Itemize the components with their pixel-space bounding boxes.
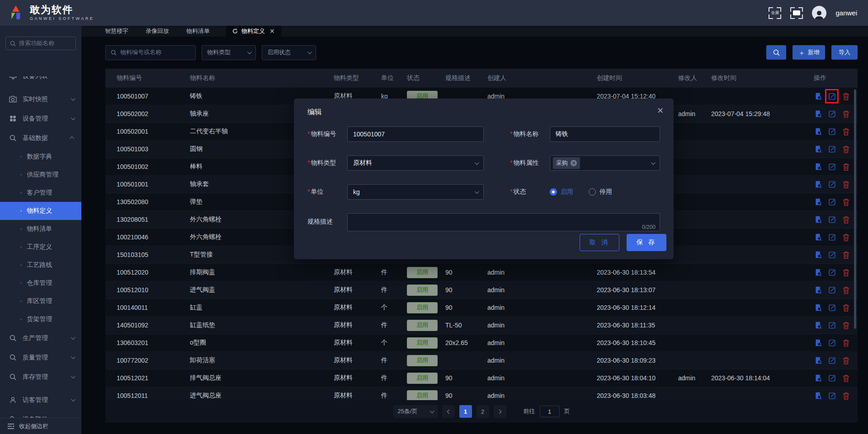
tab-4[interactable]: 物料定义✕ <box>226 26 281 37</box>
view-button[interactable] <box>814 286 822 294</box>
sidebar-item[interactable]: 基础数据 <box>0 128 81 148</box>
view-button[interactable] <box>814 374 822 382</box>
edit-button[interactable] <box>828 198 836 206</box>
view-button[interactable] <box>814 215 822 224</box>
table-scrollbar[interactable] <box>854 89 856 329</box>
view-button[interactable] <box>814 198 822 206</box>
view-button[interactable] <box>814 127 822 135</box>
edit-button[interactable] <box>828 303 836 312</box>
sidebar-item[interactable]: 质量管理 <box>0 348 81 367</box>
edit-button[interactable] <box>828 339 836 347</box>
add-button[interactable]: ＋ 新增 <box>793 45 825 60</box>
delete-button[interactable] <box>842 145 850 153</box>
search-button[interactable] <box>766 45 786 60</box>
close-icon[interactable]: ✕ <box>657 106 664 116</box>
edit-button[interactable] <box>828 92 836 100</box>
delete-button[interactable] <box>842 233 850 241</box>
edit-button[interactable] <box>828 321 836 329</box>
material-code-input[interactable] <box>347 126 484 142</box>
unit-dropdown[interactable]: kg <box>347 184 484 200</box>
edit-button[interactable] <box>828 286 836 294</box>
sidebar-subitem[interactable]: ·仓库管理 <box>0 274 81 292</box>
edit-button[interactable] <box>828 392 836 400</box>
view-button[interactable] <box>814 268 822 276</box>
delete-button[interactable] <box>842 356 850 364</box>
page-size-select[interactable]: 25条/页 <box>393 405 438 418</box>
delete-button[interactable] <box>842 374 850 382</box>
delete-button[interactable] <box>842 110 850 118</box>
tab-close-icon[interactable]: ✕ <box>269 28 275 35</box>
edit-button[interactable] <box>828 233 836 241</box>
view-button[interactable] <box>814 145 822 153</box>
page-button-1[interactable]: 1 <box>459 405 472 418</box>
delete-button[interactable] <box>842 127 850 135</box>
sidebar-item[interactable]: 库存管理 <box>0 367 81 387</box>
sidebar-item[interactable]: 设备管理 <box>0 109 81 128</box>
sidebar-subitem[interactable]: ·货架管理 <box>0 310 81 328</box>
delete-button[interactable] <box>842 321 850 329</box>
sidebar-item[interactable]: 设备列表 <box>0 76 81 86</box>
delete-button[interactable] <box>842 392 850 400</box>
delete-button[interactable] <box>842 286 850 294</box>
view-button[interactable] <box>814 92 822 100</box>
save-button[interactable]: 保 存 <box>627 234 666 251</box>
sidebar-item[interactable]: 生产管理 <box>0 328 81 348</box>
sidebar-subitem[interactable]: ·物料清单 <box>0 220 81 238</box>
view-button[interactable] <box>814 303 822 312</box>
edit-button[interactable] <box>828 215 836 224</box>
tab-3[interactable]: 物料清单 <box>185 26 211 37</box>
import-button[interactable]: 导入 <box>831 45 858 60</box>
sidebar-subitem[interactable]: ·工序定义 <box>0 238 81 256</box>
edit-button[interactable] <box>828 251 836 259</box>
page-button-2[interactable]: 2 <box>476 405 489 418</box>
delete-button[interactable] <box>842 163 850 171</box>
edit-button[interactable] <box>828 163 836 171</box>
material-name-input[interactable] <box>550 126 660 142</box>
avatar[interactable] <box>812 6 826 20</box>
radio-enable[interactable]: 启用 <box>550 188 573 196</box>
prev-page-button[interactable] <box>442 405 455 418</box>
enable-status-select[interactable]: 启用状态 <box>262 45 316 60</box>
view-button[interactable] <box>814 180 822 188</box>
delete-button[interactable] <box>842 180 850 188</box>
delete-button[interactable] <box>842 268 850 276</box>
tab-1[interactable]: 智慧楼宇 <box>104 26 129 37</box>
edit-button[interactable] <box>828 356 836 364</box>
sidebar-subitem[interactable]: ·供应商管理 <box>0 166 81 184</box>
delete-button[interactable] <box>842 215 850 224</box>
material-search-input[interactable]: 物料编号或名称 <box>105 45 196 60</box>
edit-button[interactable] <box>828 180 836 188</box>
view-button[interactable] <box>814 339 822 347</box>
view-button[interactable] <box>814 321 822 329</box>
view-button[interactable] <box>814 233 822 241</box>
collapse-sidebar-button[interactable]: 收起侧边栏 <box>0 418 81 434</box>
screenshot-icon[interactable] <box>790 7 803 19</box>
next-page-button[interactable] <box>494 405 506 418</box>
sidebar-search-input[interactable]: 搜索功能名称 <box>5 37 76 50</box>
delete-button[interactable] <box>842 92 850 100</box>
view-button[interactable] <box>814 251 822 259</box>
edit-button[interactable] <box>828 110 836 118</box>
delete-button[interactable] <box>842 303 850 312</box>
fullscreen-button[interactable]: 全屏 <box>769 7 781 19</box>
material-attr-dropdown[interactable]: 采购 ✕ <box>550 155 660 171</box>
goto-page-input[interactable] <box>540 406 560 417</box>
delete-button[interactable] <box>842 339 850 347</box>
edit-button[interactable] <box>828 145 836 153</box>
sidebar-subitem[interactable]: ·物料定义 <box>0 202 81 220</box>
sidebar-item[interactable]: 设备联动 <box>0 410 81 418</box>
edit-button[interactable] <box>828 127 836 135</box>
delete-button[interactable] <box>842 251 850 259</box>
material-type-dropdown[interactable]: 原材料 <box>347 155 484 171</box>
sidebar-subitem[interactable]: ·数据字典 <box>0 148 81 166</box>
view-button[interactable] <box>814 392 822 400</box>
sidebar-subitem[interactable]: ·工艺路线 <box>0 256 81 274</box>
delete-button[interactable] <box>842 198 850 206</box>
material-type-select[interactable]: 物料类型 <box>202 45 256 60</box>
sidebar-item[interactable]: 实时快照 <box>0 89 81 109</box>
sidebar-subitem[interactable]: ·客户管理 <box>0 184 81 202</box>
sidebar-subitem[interactable]: ·库区管理 <box>0 292 81 310</box>
tab-2[interactable]: 录像回放 <box>145 26 170 37</box>
edit-button[interactable] <box>828 374 836 382</box>
edit-button[interactable] <box>828 268 836 276</box>
